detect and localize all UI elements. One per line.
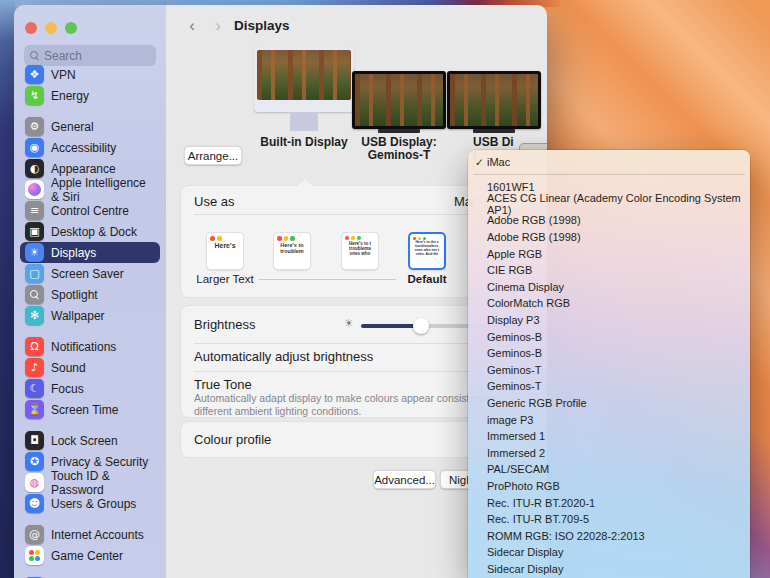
menu-item[interactable]: Rec. ITU-R BT.709-5 bbox=[468, 511, 750, 528]
menu-item-checked[interactable]: ✓iMac bbox=[468, 153, 750, 171]
card-notch bbox=[297, 179, 313, 186]
text-size-option-2[interactable]: Here's totroublem bbox=[273, 232, 311, 270]
auto-brightness-label: Automatically adjust brightness bbox=[194, 349, 373, 364]
arrange-button[interactable]: Arrange... bbox=[184, 146, 242, 165]
mini-preview-text: Here's totroublem bbox=[274, 242, 310, 255]
display-thumbnail-builtin[interactable] bbox=[254, 47, 354, 112]
advanced-button[interactable]: Advanced... bbox=[373, 470, 436, 489]
search-placeholder: Search bbox=[44, 49, 82, 63]
wallpaper-icon: ✻ bbox=[25, 306, 44, 325]
gear-icon: ⚙ bbox=[25, 117, 44, 136]
menu-item[interactable]: Geminos-B bbox=[468, 345, 750, 362]
menu-item[interactable]: ACES CG Linear (Academy Color Encoding S… bbox=[468, 196, 750, 213]
speaker-icon: ♪ bbox=[25, 358, 44, 377]
mini-traffic-lights bbox=[274, 233, 310, 241]
sidebar-item-label: Focus bbox=[51, 382, 84, 396]
sidebar: Search ❖VPN↯Energy⚙General◉Accessibility… bbox=[14, 5, 166, 578]
sidebar-item-internet-accounts[interactable]: @Internet Accounts bbox=[20, 524, 160, 545]
mini-preview-text: Here's to ttroublemaones who bbox=[342, 241, 378, 257]
wallpaper-left-strip bbox=[0, 0, 15, 578]
menu-item[interactable]: ProPhoto RGB bbox=[468, 478, 750, 495]
sidebar-item-vpn[interactable]: ❖VPN bbox=[20, 64, 160, 85]
display-preview-image bbox=[450, 74, 538, 126]
sidebar-item-label: Displays bbox=[51, 246, 96, 260]
menu-item[interactable]: Display P3 bbox=[468, 312, 750, 329]
menu-item[interactable]: Cinema Display bbox=[468, 279, 750, 296]
monitor-stand bbox=[378, 129, 420, 133]
sidebar-item-label: Notifications bbox=[51, 340, 116, 354]
sidebar-item-label: Lock Screen bbox=[51, 434, 118, 448]
menu-item[interactable]: CIE RGB bbox=[468, 262, 750, 279]
sidebar-item-spotlight[interactable]: Spotlight bbox=[20, 284, 160, 305]
menu-item[interactable]: image P3 bbox=[468, 411, 750, 428]
sidebar-item-label: Touch ID & Password bbox=[51, 469, 155, 497]
menu-item[interactable]: Apple RGB bbox=[468, 245, 750, 262]
sidebar-item-notifications[interactable]: ΩNotifications bbox=[20, 336, 160, 357]
traffic-lights bbox=[25, 22, 77, 34]
sidebar-item-apple-intelligence-siri[interactable]: Apple Intelligence & Siri bbox=[20, 179, 160, 200]
sidebar-item-focus[interactable]: ☾Focus bbox=[20, 378, 160, 399]
mini-traffic-lights bbox=[207, 233, 243, 241]
display-preview-image bbox=[257, 50, 351, 100]
sidebar-item-label: Appearance bbox=[51, 162, 116, 176]
appearance-icon: ◐ bbox=[25, 159, 44, 178]
sidebar-item-desktop-dock[interactable]: ▣Desktop & Dock bbox=[20, 221, 160, 242]
sidebar-item-accessibility[interactable]: ◉Accessibility bbox=[20, 137, 160, 158]
menu-item[interactable]: ColorMatch RGB bbox=[468, 295, 750, 312]
slider-thumb[interactable] bbox=[413, 318, 429, 334]
menu-item[interactable]: Rec. ITU-R BT.2020-1 bbox=[468, 494, 750, 511]
sidebar-item-game-center[interactable]: Game Center bbox=[20, 545, 160, 566]
sidebar-item-label: Internet Accounts bbox=[51, 528, 144, 542]
control-centre-icon: ≡ bbox=[25, 201, 44, 220]
moon-icon: ☾ bbox=[25, 379, 44, 398]
menu-item[interactable]: PAL/SECAM bbox=[468, 461, 750, 478]
screen-saver-icon: ▢ bbox=[25, 264, 44, 283]
bell-icon: Ω bbox=[25, 337, 44, 356]
menu-item[interactable]: Geminos-B bbox=[468, 328, 750, 345]
sidebar-item-label: Spotlight bbox=[51, 288, 98, 302]
energy-icon: ↯ bbox=[25, 86, 44, 105]
sidebar-item-wallpaper[interactable]: ✻Wallpaper bbox=[20, 305, 160, 326]
text-size-option-1[interactable]: Here's bbox=[206, 232, 244, 270]
menu-item[interactable]: Generic RGB Profile bbox=[468, 395, 750, 412]
sidebar-item-energy[interactable]: ↯Energy bbox=[20, 85, 160, 106]
slider-fill bbox=[361, 324, 421, 328]
desktop-dock-icon: ▣ bbox=[25, 222, 44, 241]
sidebar-item-lock-screen[interactable]: ◘Lock Screen bbox=[20, 430, 160, 451]
sidebar-item-screen-saver[interactable]: ▢Screen Saver bbox=[20, 263, 160, 284]
sidebar-item-screen-time[interactable]: ⌛Screen Time bbox=[20, 399, 160, 420]
sidebar-item-label: General bbox=[51, 120, 94, 134]
menu-item[interactable]: Sidecar Display bbox=[468, 544, 750, 561]
menu-item-label: iMac bbox=[487, 156, 510, 168]
magnifier-icon bbox=[25, 285, 44, 304]
menu-item[interactable]: Geminos-T bbox=[468, 362, 750, 379]
menu-item[interactable]: Sidecar Display bbox=[468, 561, 750, 578]
text-size-option-3[interactable]: Here's to ttroublemaones who bbox=[341, 232, 379, 270]
sidebar-item-general[interactable]: ⚙General bbox=[20, 116, 160, 137]
search-icon bbox=[30, 51, 39, 60]
desktop: Search ❖VPN↯Energy⚙General◉Accessibility… bbox=[0, 0, 770, 578]
sidebar-item-sound[interactable]: ♪Sound bbox=[20, 357, 160, 378]
back-button[interactable]: ‹ bbox=[184, 16, 200, 35]
display-preview-image bbox=[355, 74, 443, 126]
menu-item[interactable]: Adobe RGB (1998) bbox=[468, 229, 750, 246]
display-thumbnail-usb-1[interactable] bbox=[352, 71, 446, 129]
zoom-button[interactable] bbox=[65, 22, 77, 34]
menu-item[interactable]: Immersed 2 bbox=[468, 445, 750, 462]
forward-button[interactable]: › bbox=[210, 16, 226, 35]
sidebar-item-touch-id-password[interactable]: ◍Touch ID & Password bbox=[20, 472, 160, 493]
sidebar-item-label: Apple Intelligence & Siri bbox=[51, 176, 155, 204]
monitor-stand bbox=[473, 129, 515, 133]
menu-item[interactable]: Immersed 1 bbox=[468, 428, 750, 445]
menu-item[interactable]: ROMM RGB: ISO 22028-2:2013 bbox=[468, 527, 750, 544]
menu-item[interactable]: Geminos-T bbox=[468, 378, 750, 395]
text-size-option-4[interactable]: Here's to the ctroublemakers,ones who se… bbox=[408, 232, 446, 270]
sidebar-item-displays[interactable]: ☀Displays bbox=[20, 242, 160, 263]
mini-preview-text: Here's to the ctroublemakers,ones who se… bbox=[410, 241, 444, 257]
display-thumbnail-usb-2[interactable] bbox=[447, 71, 541, 129]
sidebar-item-label: Users & Groups bbox=[51, 497, 136, 511]
search-input[interactable]: Search bbox=[24, 45, 156, 66]
hand-shield-icon: ✪ bbox=[25, 452, 44, 471]
minimize-button[interactable] bbox=[45, 22, 57, 34]
close-button[interactable] bbox=[25, 22, 37, 34]
